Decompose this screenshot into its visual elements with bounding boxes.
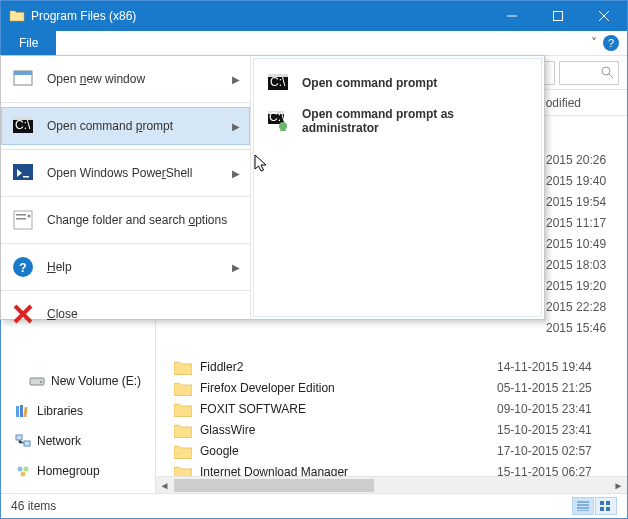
svg-point-9 (18, 467, 23, 472)
close-window-button[interactable] (581, 1, 627, 31)
file-menu-left: Open new window▶C:\Open command prompt▶O… (1, 56, 251, 319)
folder-icon (174, 423, 192, 437)
svg-text:?: ? (19, 261, 26, 275)
file-date: 14-11-2015 19:44 (497, 360, 627, 374)
file-name: GlassWire (200, 423, 497, 437)
svg-rect-5 (20, 405, 23, 417)
svg-rect-23 (16, 214, 26, 216)
nav-libraries[interactable]: Libraries (1, 400, 155, 422)
svg-text:C:\: C:\ (270, 75, 286, 89)
menu-label: Open new window (47, 72, 220, 86)
file-date: 05-11-2015 21:25 (497, 381, 627, 395)
folder-icon (174, 465, 192, 477)
nav-label: Homegroup (37, 464, 100, 478)
nav-homegroup[interactable]: Homegroup (1, 460, 155, 482)
item-count: 46 items (11, 499, 56, 513)
svg-rect-15 (606, 507, 610, 511)
menu-cmd[interactable]: C:\Open command prompt▶ (1, 107, 250, 145)
cmd-icon: C:\ (11, 114, 35, 138)
folder-row[interactable]: Internet Download Manager15-11-2015 06:2… (156, 461, 627, 476)
svg-rect-12 (600, 501, 604, 505)
svg-point-25 (28, 215, 31, 218)
file-date: 09-10-2015 23:41 (497, 402, 627, 416)
nav-label: New Volume (E:) (51, 374, 141, 388)
help-icon: ? (11, 255, 35, 279)
icons-view-button[interactable] (595, 497, 617, 515)
drive-icon (29, 373, 45, 389)
file-name: Internet Download Manager (200, 465, 497, 477)
submenu-arrow-icon: ▶ (232, 262, 240, 273)
svg-point-10 (24, 467, 29, 472)
file-date: 17-10-2015 02:57 (497, 444, 627, 458)
libraries-icon (15, 403, 31, 419)
svg-rect-6 (23, 407, 27, 417)
network-icon (15, 433, 31, 449)
menu-close[interactable]: Close (1, 295, 250, 333)
svg-rect-17 (14, 71, 32, 75)
svg-rect-0 (554, 12, 563, 21)
file-name: Firefox Developer Edition (200, 381, 497, 395)
homegroup-icon (15, 463, 31, 479)
menu-ps[interactable]: Open Windows PowerShell▶ (1, 154, 250, 192)
menu-label: Help (47, 260, 220, 274)
folder-row[interactable]: GlassWire15-10-2015 23:41 (156, 419, 627, 440)
submenu-open-cmd-admin[interactable]: C:\Open command prompt as administrator (258, 101, 537, 141)
file-date: 15-10-2015 23:41 (497, 423, 627, 437)
search-icon (601, 66, 614, 79)
folder-row[interactable]: Google17-10-2015 02:57 (156, 440, 627, 461)
minimize-button[interactable] (489, 1, 535, 31)
svg-point-3 (40, 381, 42, 383)
menu-help[interactable]: ?Help▶ (1, 248, 250, 286)
menu-label: Change folder and search options (47, 213, 240, 227)
folder-row[interactable]: Firefox Developer Edition05-11-2015 21:2… (156, 377, 627, 398)
svg-rect-4 (16, 406, 19, 417)
status-bar: 46 items (1, 493, 627, 518)
svg-rect-24 (16, 218, 26, 220)
horizontal-scrollbar[interactable]: ◄ ► (156, 476, 627, 493)
close-icon (11, 302, 35, 326)
details-view-button[interactable] (572, 497, 594, 515)
menu-label: Open command prompt (47, 119, 220, 133)
file-menu-submenu: C:\Open command promptC:\Open command pr… (253, 58, 542, 317)
file-tab[interactable]: File (1, 31, 56, 55)
nav-network[interactable]: Network (1, 430, 155, 452)
folder-row[interactable]: FOXIT SOFTWARE09-10-2015 23:41 (156, 398, 627, 419)
svg-text:C:\: C:\ (269, 110, 285, 124)
svg-rect-2 (30, 378, 44, 385)
menu-label: Close (47, 307, 240, 321)
title-bar: Program Files (x86) (1, 1, 627, 31)
scroll-left-icon[interactable]: ◄ (156, 477, 173, 493)
submenu-label: Open command prompt as administrator (302, 107, 529, 135)
help-icon[interactable]: ? (603, 35, 619, 51)
cmd-admin-icon: C:\ (266, 109, 290, 133)
cmd-icon: C:\ (266, 71, 290, 95)
submenu-arrow-icon: ▶ (232, 168, 240, 179)
svg-point-11 (21, 472, 26, 477)
ribbon-bar: File ˅ ? (1, 31, 627, 56)
scroll-right-icon[interactable]: ► (610, 477, 627, 493)
submenu-open-cmd[interactable]: C:\Open command prompt (258, 65, 537, 101)
folder-row[interactable]: Fiddler214-11-2015 19:44 (156, 356, 627, 377)
nav-drive-e[interactable]: New Volume (E:) (1, 370, 155, 392)
ribbon-expand-icon[interactable]: ˅ (591, 36, 597, 50)
menu-options[interactable]: Change folder and search options (1, 201, 250, 239)
folder-icon (174, 381, 192, 395)
file-date: 15-11-2015 06:27 (497, 465, 627, 477)
folder-icon (174, 402, 192, 416)
submenu-arrow-icon: ▶ (232, 74, 240, 85)
maximize-button[interactable] (535, 1, 581, 31)
search-box[interactable] (559, 61, 619, 85)
folder-icon (9, 8, 25, 24)
svg-rect-7 (16, 435, 22, 440)
submenu-arrow-icon: ▶ (232, 121, 240, 132)
menu-new-window[interactable]: Open new window▶ (1, 60, 250, 98)
window-title: Program Files (x86) (31, 9, 489, 23)
svg-rect-14 (600, 507, 604, 511)
nav-label: Network (37, 434, 81, 448)
svg-rect-13 (606, 501, 610, 505)
options-icon (11, 208, 35, 232)
file-name: FOXIT SOFTWARE (200, 402, 497, 416)
file-name: Google (200, 444, 497, 458)
window-icon (11, 67, 35, 91)
scroll-thumb[interactable] (174, 479, 374, 492)
